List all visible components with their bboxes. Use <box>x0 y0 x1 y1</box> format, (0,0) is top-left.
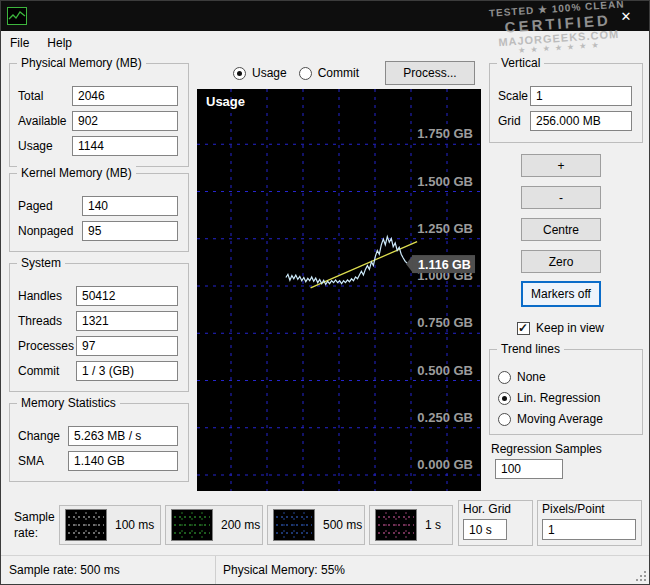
processes-label: Processes <box>18 339 76 353</box>
usage-field[interactable]: 1144 <box>72 136 178 156</box>
paged-field[interactable]: 140 <box>82 196 178 216</box>
zoom-out-button[interactable]: - <box>521 186 601 209</box>
pixels-per-point-label: Pixels/Point <box>542 502 605 516</box>
usage-radio[interactable]: Usage <box>233 66 287 80</box>
trend-linreg-label: Lin. Regression <box>517 391 600 405</box>
sample-rate-500ms[interactable]: 500 ms <box>267 505 365 545</box>
radio-icon <box>498 413 511 426</box>
trend-lines-group: Trend lines None Lin. Regression Moving … <box>489 349 643 435</box>
total-label: Total <box>18 89 72 103</box>
handles-label: Handles <box>18 289 76 303</box>
sample-1s-thumbnail-icon[interactable] <box>375 509 417 541</box>
svg-text:0.750 GB: 0.750 GB <box>417 315 473 330</box>
scale-label: Scale <box>498 89 530 103</box>
commit-radio-label: Commit <box>318 66 359 80</box>
threads-field[interactable]: 1321 <box>76 311 178 331</box>
pixels-per-point-group: Pixels/Point 1 <box>537 500 642 546</box>
pixels-per-point-field[interactable]: 1 <box>542 519 636 540</box>
scale-row: Scale 1 <box>498 86 632 106</box>
group-title: Kernel Memory (MB) <box>17 166 136 180</box>
threads-row: Threads 1321 <box>18 311 178 331</box>
nonpaged-row: Nonpaged 95 <box>18 221 178 241</box>
usage-graph-panel[interactable]: 1.750 GB1.500 GB1.250 GB1.000 GB0.750 GB… <box>197 89 481 491</box>
memory-monitor-window: ✕ TESTED ★ 100% CLEAN CERTIFIED MAJORGEE… <box>0 0 650 585</box>
grid-row: Grid 256.000 MB <box>498 111 632 131</box>
trend-none-label: None <box>517 370 546 384</box>
sample-500ms-label: 500 ms <box>323 518 362 532</box>
processes-field[interactable]: 97 <box>76 336 178 356</box>
sample-1s-label: 1 s <box>425 518 441 532</box>
sample-rate-200ms[interactable]: 200 ms <box>165 505 263 545</box>
zoom-in-button[interactable]: + <box>521 154 601 177</box>
hor-grid-field[interactable]: 10 s <box>463 519 507 540</box>
app-icon <box>7 7 27 25</box>
sample-200ms-label: 200 ms <box>221 518 260 532</box>
handles-field[interactable]: 50412 <box>76 286 178 306</box>
menu-file[interactable]: File <box>1 33 38 53</box>
physical-memory-group: Physical Memory (MB) Total 2046 Availabl… <box>9 63 189 167</box>
sample-200ms-thumbnail-icon[interactable] <box>171 509 213 541</box>
group-title: Trend lines <box>497 342 564 356</box>
checkbox-icon <box>517 322 530 335</box>
change-row: Change 5.263 MB / s <box>18 426 178 446</box>
commit-field[interactable]: 1 / 3 (GB) <box>76 361 178 381</box>
handles-row: Handles 50412 <box>18 286 178 306</box>
usage-label: Usage <box>18 139 72 153</box>
usage-row: Usage 1144 <box>18 136 178 156</box>
svg-text:1.116 GB: 1.116 GB <box>418 258 471 272</box>
sample-100ms-thumbnail-icon[interactable] <box>65 509 107 541</box>
status-physical-memory: Physical Memory: 55% <box>215 556 649 584</box>
system-group: System Handles 50412 Threads 1321 Proces… <box>9 263 189 392</box>
hor-grid-label: Hor. Grid <box>463 502 511 516</box>
processes-row: Processes 97 <box>18 336 178 356</box>
change-label: Change <box>18 429 68 443</box>
process-button[interactable]: Process... <box>385 61 475 85</box>
group-title: System <box>17 256 65 270</box>
trend-none-radio[interactable]: None <box>498 370 632 384</box>
svg-text:1.250 GB: 1.250 GB <box>417 221 473 236</box>
svg-text:1.500 GB: 1.500 GB <box>417 174 473 189</box>
group-title: Physical Memory (MB) <box>17 56 146 70</box>
available-field[interactable]: 902 <box>72 111 178 131</box>
radio-icon <box>299 67 312 80</box>
sample-rate-1s[interactable]: 1 s <box>369 505 453 545</box>
keep-in-view-label: Keep in view <box>536 321 604 335</box>
zero-button[interactable]: Zero <box>521 250 601 273</box>
memory-statistics-group: Memory Statistics Change 5.263 MB / s SM… <box>9 403 189 482</box>
graph-mode-row: Usage Commit Process... <box>233 61 475 85</box>
trend-moving-label: Moving Average <box>517 412 603 426</box>
sma-label: SMA <box>18 454 68 468</box>
threads-label: Threads <box>18 314 76 328</box>
trend-linreg-radio[interactable]: Lin. Regression <box>498 391 632 405</box>
sma-field[interactable]: 1.140 GB <box>68 451 178 471</box>
sample-rate-label: Sample rate: <box>14 510 62 541</box>
usage-radio-label: Usage <box>252 66 287 80</box>
svg-text:1.750 GB: 1.750 GB <box>417 126 473 141</box>
change-field[interactable]: 5.263 MB / s <box>68 426 178 446</box>
menu-help[interactable]: Help <box>38 33 81 53</box>
sample-100ms-label: 100 ms <box>115 518 154 532</box>
nonpaged-label: Nonpaged <box>18 224 82 238</box>
commit-radio[interactable]: Commit <box>299 66 359 80</box>
scale-field[interactable]: 1 <box>530 86 632 106</box>
markers-off-button[interactable]: Markers off <box>521 281 601 307</box>
available-label: Available <box>18 114 72 128</box>
commit-label: Commit <box>18 364 76 378</box>
nonpaged-field[interactable]: 95 <box>82 221 178 241</box>
sample-rate-100ms[interactable]: 100 ms <box>59 505 161 545</box>
trend-moving-radio[interactable]: Moving Average <box>498 412 632 426</box>
total-field[interactable]: 2046 <box>72 86 178 106</box>
usage-graph[interactable]: 1.750 GB1.500 GB1.250 GB1.000 GB0.750 GB… <box>197 89 481 491</box>
resize-grip[interactable] <box>635 570 647 582</box>
radio-icon <box>498 392 511 405</box>
close-icon[interactable]: ✕ <box>615 6 637 26</box>
total-row: Total 2046 <box>18 86 178 106</box>
regression-samples-field[interactable]: 100 <box>495 459 563 479</box>
centre-button[interactable]: Centre <box>521 218 601 241</box>
grid-field[interactable]: 256.000 MB <box>530 111 632 131</box>
menubar: File Help <box>1 31 649 55</box>
keep-in-view-checkbox[interactable]: Keep in view <box>517 321 604 335</box>
radio-icon <box>233 67 246 80</box>
available-row: Available 902 <box>18 111 178 131</box>
sample-500ms-thumbnail-icon[interactable] <box>273 509 315 541</box>
